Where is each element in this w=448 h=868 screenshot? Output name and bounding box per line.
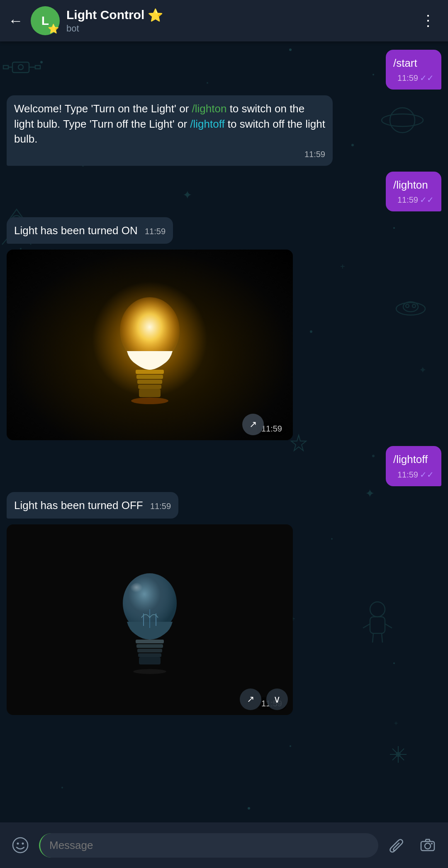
svg-rect-78 xyxy=(138,653,161,657)
read-receipt-icon: ✓✓ xyxy=(420,469,434,480)
svg-rect-77 xyxy=(137,649,162,652)
message-time: 11:59 xyxy=(397,72,418,84)
light-on-image[interactable]: 11:59 ↗ xyxy=(7,250,293,440)
svg-rect-68 xyxy=(139,389,161,397)
message-time: 11:59 xyxy=(397,194,418,206)
svg-point-81 xyxy=(13,838,28,853)
message-time: 11:59 xyxy=(150,502,171,511)
svg-rect-67 xyxy=(138,385,161,389)
bulb-on-container xyxy=(7,250,293,440)
incoming-bubble: Light has been turned OFF 11:59 xyxy=(7,492,178,519)
bot-avatar: L ⭐ xyxy=(31,6,60,35)
svg-point-85 xyxy=(425,843,431,849)
svg-rect-64 xyxy=(136,370,164,374)
chat-header: ← L ⭐ Light Control ⭐ bot ⋮ xyxy=(0,0,448,41)
incoming-bubble: Welcome! Type 'Turn on the Light' or /li… xyxy=(7,95,333,165)
svg-point-83 xyxy=(22,843,24,845)
lightoff-link: /lightoff xyxy=(190,118,224,130)
outgoing-bubble: /start 11:59 ✓✓ xyxy=(386,50,441,90)
bulb-off-svg xyxy=(108,560,191,680)
message-input-wrap[interactable] xyxy=(39,833,378,858)
message-row: /lighton 11:59 ✓✓ xyxy=(7,172,441,211)
header-info: Light Control ⭐ bot xyxy=(66,8,416,34)
camera-button[interactable] xyxy=(416,833,440,857)
message-row: Welcome! Type 'Turn on the Light' or /li… xyxy=(7,95,441,165)
message-row: 11:59 ↗ xyxy=(7,250,441,440)
svg-rect-66 xyxy=(137,380,162,384)
avatar-star-icon: ⭐ xyxy=(48,24,59,34)
bulb-on-svg xyxy=(104,283,195,407)
message-text: /start xyxy=(393,57,417,69)
message-input[interactable] xyxy=(49,839,369,852)
svg-point-69 xyxy=(131,398,168,404)
chat-area: /start 11:59 ✓✓ Welcome! Type 'Turn on t… xyxy=(0,41,448,773)
share-button[interactable]: ↗ xyxy=(242,414,264,435)
message-row: Light has been turned ON 11:59 xyxy=(7,217,441,244)
name-star-icon: ⭐ xyxy=(148,8,163,22)
message-time: 11:59 xyxy=(397,469,418,480)
message-text: Light has been turned OFF xyxy=(14,499,143,512)
emoji-button[interactable] xyxy=(8,833,32,857)
light-off-image[interactable]: 11:59 ∨ ↗ xyxy=(7,524,293,715)
read-receipt-icon: ✓✓ xyxy=(420,194,434,206)
message-text: Light has been turned ON xyxy=(14,224,138,237)
message-time: 11:59 xyxy=(261,424,282,433)
scroll-down-button[interactable]: ∨ xyxy=(266,689,288,710)
message-row: 11:59 ∨ ↗ xyxy=(7,524,441,715)
svg-point-71 xyxy=(129,582,150,599)
svg-point-80 xyxy=(133,669,166,674)
outgoing-bubble: /lighton 11:59 ✓✓ xyxy=(386,172,441,211)
input-bar xyxy=(0,822,448,868)
message-time: 11:59 xyxy=(304,148,325,160)
read-receipt-icon: ✓✓ xyxy=(420,72,434,84)
svg-point-22 xyxy=(61,787,63,788)
message-text: Welcome! Type 'Turn on the Light' or /li… xyxy=(14,102,325,145)
message-row: /start 11:59 ✓✓ xyxy=(7,50,441,90)
more-options-button[interactable]: ⋮ xyxy=(416,8,440,34)
svg-point-82 xyxy=(17,843,19,845)
message-row: Light has been turned OFF 11:59 xyxy=(7,492,441,519)
message-text: /lightoff xyxy=(393,453,428,466)
svg-rect-65 xyxy=(136,375,163,379)
attach-button[interactable] xyxy=(385,833,409,857)
forward-button[interactable]: ↗ xyxy=(240,689,261,710)
outgoing-bubble: /lightoff 11:59 ✓✓ xyxy=(386,446,441,486)
bot-name: Light Control ⭐ xyxy=(66,8,416,22)
lighton-link: /lighton xyxy=(192,102,227,115)
bot-subtitle: bot xyxy=(66,23,416,34)
bulb-off-container xyxy=(7,524,293,715)
message-row: /lightoff 11:59 ✓✓ xyxy=(7,446,441,486)
svg-point-86 xyxy=(431,843,433,844)
svg-rect-75 xyxy=(136,640,164,643)
svg-rect-79 xyxy=(139,657,161,664)
incoming-bubble: Light has been turned ON 11:59 xyxy=(7,217,173,244)
svg-point-23 xyxy=(248,807,250,810)
svg-rect-76 xyxy=(136,644,163,648)
message-text: /lighton xyxy=(393,179,428,191)
message-time: 11:59 xyxy=(145,227,166,236)
back-button[interactable]: ← xyxy=(8,13,23,28)
